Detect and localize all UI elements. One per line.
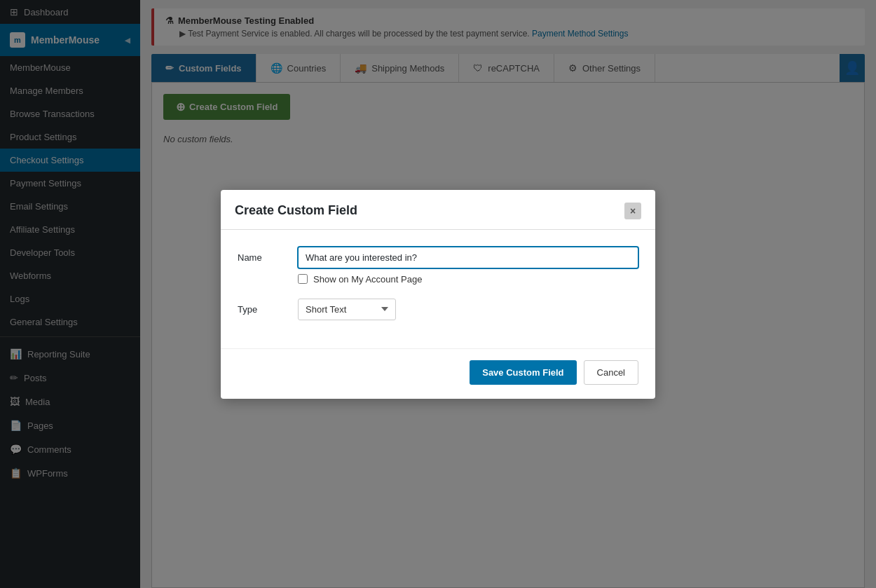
show-on-account-checkbox[interactable] [298,274,308,284]
modal-footer: Save Custom Field Cancel [221,348,655,399]
modal-close-button[interactable]: × [624,203,641,219]
modal-dialog: Create Custom Field × Name Show on My Ac… [221,190,655,399]
modal-body: Name Show on My Account Page Type Short … [221,230,655,348]
cancel-button[interactable]: Cancel [584,360,638,385]
modal-title: Create Custom Field [235,203,357,218]
show-on-account-row: Show on My Account Page [298,274,638,285]
show-on-account-label: Show on My Account Page [313,274,422,285]
type-select[interactable]: Short Text Long Text Dropdown Checkbox [298,299,396,320]
modal-header: Create Custom Field × [221,190,655,230]
name-input[interactable] [298,247,638,268]
type-form-row: Type Short Text Long Text Dropdown Check… [238,299,638,320]
name-form-row: Name Show on My Account Page [238,247,638,285]
name-field-group: Show on My Account Page [298,247,638,285]
type-label: Type [238,299,287,315]
type-field-group: Short Text Long Text Dropdown Checkbox [298,299,638,320]
save-custom-field-button[interactable]: Save Custom Field [470,360,576,385]
modal-overlay[interactable]: Create Custom Field × Name Show on My Ac… [0,0,876,588]
name-label: Name [238,247,287,263]
